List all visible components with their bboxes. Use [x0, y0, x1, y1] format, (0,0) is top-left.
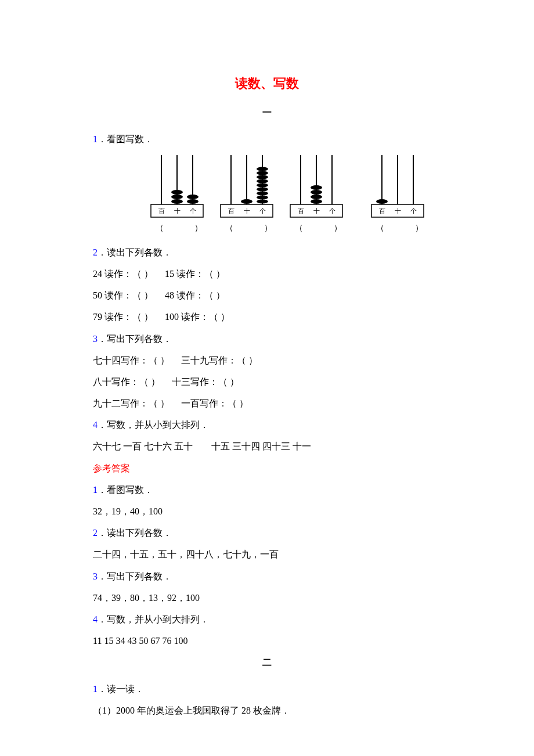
question-2-line-a: 24 读作：（ ） 15 读作：（ ）	[93, 264, 441, 284]
answer-2-text: ．读出下列各数．	[98, 528, 172, 538]
answer-4-q: 4．写数，并从小到大排列．	[93, 609, 441, 629]
section-two-heading: 二	[93, 652, 441, 672]
svg-point-17	[257, 187, 268, 191]
answer-1-value: 32，19，40，100	[93, 501, 441, 521]
svg-point-45	[376, 199, 388, 204]
svg-text:百: 百	[228, 207, 234, 214]
answers-heading: 参考答案	[93, 458, 441, 478]
answer-2-num: 2	[93, 528, 98, 538]
svg-point-34	[311, 190, 322, 195]
page-title: 读数、写数	[93, 70, 441, 98]
question-1: 1．看图写数．	[93, 129, 441, 149]
section-one-heading: 一	[93, 102, 441, 123]
svg-point-21	[257, 171, 268, 175]
svg-point-14	[257, 199, 268, 203]
question-3-line-c: 九十二写作：（ ） 一百写作：（ ）	[93, 393, 441, 413]
label-shi: 十	[174, 207, 181, 214]
question-3-line-a: 七十四写作：（ ） 三十九写作：（ ）	[93, 350, 441, 370]
svg-point-33	[311, 195, 322, 199]
question-3: 3．写出下列各数．	[93, 329, 441, 349]
svg-text:十: 十	[244, 207, 250, 214]
svg-text:（: （	[376, 224, 384, 232]
label-ge: 个	[190, 207, 196, 214]
page: 读数、写数 一 1．看图写数． 百 十 个	[0, 0, 534, 756]
answer-2-q: 2．读出下列各数．	[93, 523, 441, 543]
question-2-num: 2	[93, 247, 98, 257]
answer-1-num: 1	[93, 485, 98, 495]
svg-point-8	[187, 195, 199, 199]
question-2-line-b: 50 读作：（ ） 48 读作：（ ）	[93, 285, 441, 305]
question-1-num: 1	[93, 134, 98, 144]
answer-1-q: 1．看图写数．	[93, 480, 441, 500]
svg-text:个: 个	[259, 207, 266, 214]
answer-3-num: 3	[93, 571, 98, 581]
question-4-text: ．写数，并从小到大排列．	[98, 420, 209, 430]
svg-text:）: ）	[334, 224, 342, 232]
abacus-1: 百 十 个 （ ）	[151, 155, 203, 232]
answer-4-num: 4	[93, 614, 98, 624]
question-3-line-b: 八十写作：（ ） 十三写作：（ ）	[93, 372, 441, 392]
label-bai: 百	[158, 207, 165, 214]
part2-q1-num: 1	[93, 684, 98, 694]
svg-text:个: 个	[410, 207, 417, 214]
abacus-figure: 百 十 个 （ ）	[145, 155, 441, 236]
svg-text:百: 百	[298, 207, 304, 214]
svg-text:十: 十	[313, 207, 320, 214]
svg-point-35	[311, 185, 322, 190]
svg-point-32	[311, 199, 322, 204]
svg-text:）: ）	[264, 224, 272, 232]
svg-point-19	[257, 179, 268, 183]
abacus-3: 百 十 个 （ ）	[290, 155, 342, 232]
svg-text:）: ）	[415, 224, 423, 232]
svg-point-7	[187, 199, 199, 204]
svg-point-16	[257, 191, 268, 195]
part2-q1-text: ．读一读．	[98, 684, 144, 694]
question-2-text: ．读出下列各数．	[98, 247, 172, 257]
question-1-text: ．看图写数．	[98, 134, 153, 144]
answer-4-text: ．写数，并从小到大排列．	[98, 614, 209, 624]
svg-text:（: （	[225, 224, 233, 232]
svg-point-15	[257, 195, 268, 199]
svg-text:个: 个	[329, 207, 335, 214]
part2-question-1: 1．读一读．	[93, 679, 441, 699]
question-4-num: 4	[93, 420, 98, 430]
abacus-2: 百 十 个 （ ）	[221, 155, 273, 232]
question-3-text: ．写出下列各数．	[98, 334, 172, 344]
svg-point-5	[171, 195, 183, 199]
answer-1-text: ．看图写数．	[98, 485, 153, 495]
paren-left: （	[156, 224, 164, 232]
answer-3-q: 3．写出下列各数．	[93, 566, 441, 586]
answer-4-value: 11 15 34 43 50 67 76 100	[93, 631, 441, 651]
question-4: 4．写数，并从小到大排列．	[93, 415, 441, 435]
svg-text:百: 百	[379, 207, 385, 214]
part2-line-1: （1）2000 年的奥运会上我国取得了 28 枚金牌．	[93, 700, 441, 721]
svg-point-4	[171, 199, 183, 204]
question-3-num: 3	[93, 334, 98, 344]
svg-text:十: 十	[395, 207, 401, 214]
svg-point-18	[257, 183, 268, 187]
answer-2-value: 二十四，十五，五十，四十八，七十九，一百	[93, 544, 441, 564]
svg-text:（: （	[295, 224, 303, 232]
abacus-4: 百 十 个 （ ）	[371, 155, 424, 232]
svg-point-22	[257, 167, 268, 171]
svg-point-20	[257, 175, 268, 179]
paren-right: ）	[194, 224, 203, 232]
question-4-line: 六十七 一百 七十六 五十 十五 三十四 四十三 十一	[93, 436, 441, 456]
svg-point-6	[171, 190, 183, 195]
question-2-line-c: 79 读作：（ ） 100 读作：（ ）	[93, 307, 441, 327]
answer-3-value: 74，39，80，13，92，100	[93, 588, 441, 608]
svg-point-13	[241, 199, 252, 204]
abacus-svg: 百 十 个 （ ）	[145, 155, 435, 236]
answer-3-text: ．写出下列各数．	[98, 571, 172, 581]
question-2: 2．读出下列各数．	[93, 242, 441, 262]
